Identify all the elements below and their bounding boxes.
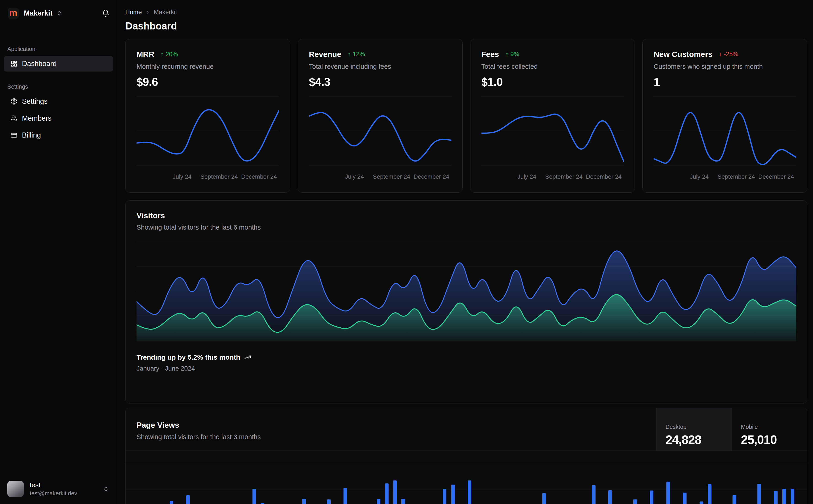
page-views-bar — [542, 493, 546, 504]
page-views-bar — [683, 493, 687, 504]
nav-group-label: Application — [7, 46, 113, 52]
page-views-subtitle: Showing total visitors for the last 3 mo… — [136, 433, 656, 441]
sparkline-chart: July 24September 24December 24 — [309, 95, 451, 181]
toggle-mobile[interactable]: Mobile 25,010 — [732, 408, 807, 451]
stat-subtitle: Monthly recurring revenue — [136, 63, 279, 70]
nav-group-application: Application Dashboard — [4, 46, 113, 72]
page-views-bar — [650, 491, 654, 504]
stat-card-revenue: Revenue ↑12% Total revenue including fee… — [298, 39, 463, 193]
arrow-down-icon: ↓ — [719, 51, 722, 58]
stat-card-fees: Fees ↑9% Total fees collected $1.0 July … — [470, 39, 635, 193]
page-views-bar — [774, 491, 778, 504]
page-views-bar — [170, 501, 173, 504]
visitors-area-chart — [136, 241, 796, 341]
workspace-selector[interactable]: Makerkit — [24, 9, 62, 17]
stat-value: 1 — [654, 75, 796, 89]
gear-icon — [11, 98, 17, 105]
layout-dashboard-icon — [11, 60, 17, 67]
notifications-button[interactable] — [101, 8, 110, 18]
sidebar-item-members[interactable]: Members — [4, 111, 113, 126]
chevron-right-icon — [145, 10, 150, 15]
page-views-bar — [385, 483, 389, 504]
sparkline-chart: July 24September 24December 24 — [654, 95, 796, 181]
breadcrumb-current: Makerkit — [154, 9, 177, 16]
sidebar-item-label: Dashboard — [22, 60, 57, 68]
stat-delta-badge: ↑9% — [505, 51, 519, 58]
page-title: Dashboard — [125, 20, 807, 32]
stat-label: Mobile — [741, 424, 807, 430]
bell-icon — [102, 9, 109, 17]
stat-delta-badge: ↑12% — [348, 51, 365, 58]
stat-title: New Customers — [654, 50, 712, 59]
stat-title: Fees — [481, 50, 499, 59]
sidebar-item-settings[interactable]: Settings — [4, 94, 113, 109]
visitors-card: Visitors Showing total visitors for the … — [125, 200, 807, 403]
chevrons-up-down-icon — [103, 486, 109, 492]
page-views-bar — [608, 490, 612, 504]
users-icon — [11, 115, 17, 122]
stat-card-mrr: MRR ↑20% Monthly recurring revenue $9.6 … — [125, 39, 290, 193]
page-views-header: Page Views Showing total visitors for th… — [125, 408, 807, 451]
page-views-bar — [302, 499, 306, 504]
toggle-desktop[interactable]: Desktop 24,828 — [656, 408, 732, 451]
page-views-bar — [451, 485, 455, 504]
stat-delta-badge: ↓-25% — [719, 51, 738, 58]
page-views-bar — [401, 499, 405, 504]
x-axis-labels: July 24September 24December 24 — [481, 173, 624, 181]
stat-value: $9.6 — [136, 75, 279, 89]
credit-card-icon — [11, 132, 17, 139]
page-views-bar — [733, 495, 736, 504]
user-email: test@makerkit.dev — [30, 490, 77, 497]
page-views-title: Page Views — [136, 421, 656, 430]
stat-value: $1.0 — [481, 75, 624, 89]
breadcrumb-home-link[interactable]: Home — [125, 9, 142, 16]
page-views-bar — [708, 484, 712, 504]
page-views-bar — [443, 489, 446, 504]
visitors-subtitle: Showing total visitors for the last 6 mo… — [136, 224, 796, 231]
sidebar-item-label: Settings — [22, 97, 48, 106]
chevrons-up-down-icon — [56, 10, 62, 16]
stat-subtitle: Customers who signed up this month — [654, 63, 796, 70]
nav-group-settings: Settings Settings Members Billing — [4, 83, 113, 143]
breadcrumb: Home Makerkit — [125, 9, 807, 16]
page-views-bar — [633, 499, 637, 504]
user-menu[interactable]: test test@makerkit.dev — [0, 475, 117, 504]
visitors-trend: Trending up by 5.2% this month — [136, 353, 796, 361]
stat-subtitle: Total revenue including fees — [309, 63, 451, 70]
user-avatar — [7, 481, 24, 497]
page-views-card: Page Views Showing total visitors for th… — [125, 408, 807, 504]
sidebar-item-dashboard[interactable]: Dashboard — [4, 56, 113, 72]
stat-title: Revenue — [309, 50, 341, 59]
sparkline-chart: July 24September 24December 24 — [481, 95, 624, 181]
workspace-name: Makerkit — [24, 9, 53, 17]
page-views-bar-chart — [136, 451, 799, 504]
nav-group-label: Settings — [7, 83, 113, 90]
stat-subtitle: Total fees collected — [481, 63, 624, 70]
stat-value: $4.3 — [309, 75, 451, 89]
sidebar-item-label: Billing — [22, 131, 41, 139]
x-axis-labels: July 24September 24December 24 — [136, 173, 279, 181]
sidebar-item-label: Members — [22, 114, 51, 122]
visitors-date-range: January - June 2024 — [136, 365, 796, 372]
page-views-bar — [393, 480, 397, 504]
workspace-logo: m — [8, 8, 19, 19]
sidebar-nav: Application Dashboard Settings Settings … — [0, 46, 117, 143]
stat-card-new-customers: New Customers ↓-25% Customers who signed… — [643, 39, 807, 193]
page-views-bar — [592, 485, 595, 504]
page-views-bar — [700, 501, 703, 504]
user-name: test — [30, 481, 77, 489]
stat-value: 24,828 — [666, 432, 732, 447]
page-views-bar — [327, 499, 331, 504]
sidebar-item-billing[interactable]: Billing — [4, 127, 113, 143]
stat-delta-badge: ↑20% — [160, 51, 178, 58]
x-axis-labels: July 24September 24December 24 — [309, 173, 451, 181]
page-views-bar — [377, 499, 380, 504]
page-views-bar — [344, 488, 347, 504]
arrow-up-icon: ↑ — [348, 51, 351, 58]
stat-cards-row: MRR ↑20% Monthly recurring revenue $9.6 … — [125, 39, 807, 193]
page-views-bar — [791, 489, 794, 504]
trending-up-icon — [244, 354, 251, 361]
visitors-title: Visitors — [136, 211, 796, 220]
page-views-bar — [757, 484, 761, 504]
arrow-up-icon: ↑ — [160, 51, 164, 58]
